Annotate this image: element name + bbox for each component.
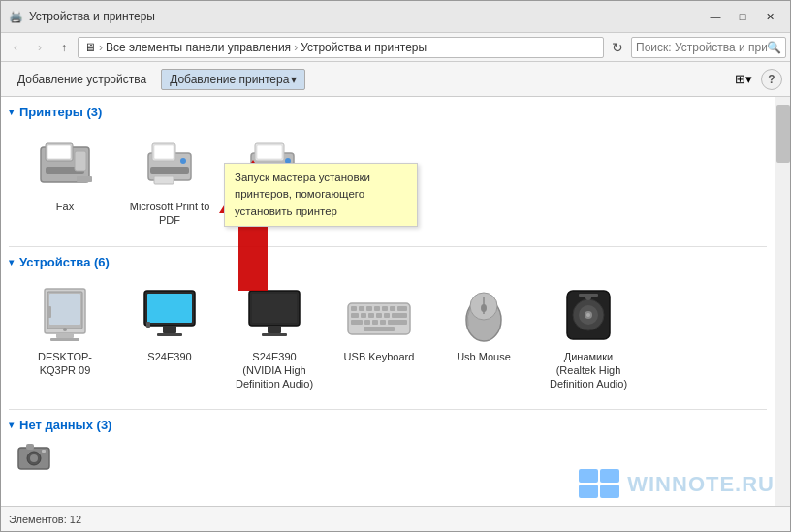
desktop-icon bbox=[30, 284, 100, 346]
device-label-monitor2: S24E390 (NVIDIA High Definition Audio) bbox=[233, 350, 316, 391]
add-printer-button[interactable]: Добавление принтера ▾ bbox=[161, 69, 305, 90]
path-root-icon: 🖥 bbox=[84, 41, 96, 54]
address-bar: ‹ › ↑ 🖥 › Все элементы панели управления… bbox=[1, 33, 790, 62]
windows-logo-icon bbox=[579, 469, 621, 500]
svg-rect-71 bbox=[42, 450, 46, 453]
tooltip: Запуск мастера установки принтеров, помо… bbox=[224, 163, 418, 227]
device-item-mouse[interactable]: Usb Mouse bbox=[435, 277, 532, 398]
title-bar: 🖨️ Устройства и принтеры — □ ✕ bbox=[1, 1, 790, 33]
svg-rect-37 bbox=[351, 306, 357, 311]
scrollbar[interactable] bbox=[775, 97, 790, 506]
svg-rect-34 bbox=[268, 326, 281, 333]
add-device-button[interactable]: Добавление устройства bbox=[9, 69, 155, 90]
nodata-chevron-icon: ▾ bbox=[9, 420, 14, 430]
svg-rect-10 bbox=[154, 145, 174, 159]
speaker-icon bbox=[554, 284, 623, 346]
device-item-fax[interactable]: Fax bbox=[16, 127, 113, 235]
svg-rect-12 bbox=[154, 176, 174, 184]
svg-rect-46 bbox=[368, 313, 374, 318]
device-item-keyboard[interactable]: USB Keyboard bbox=[331, 277, 427, 398]
svg-rect-25 bbox=[47, 306, 51, 318]
keyboard-icon bbox=[344, 284, 414, 346]
device-label-fax: Fax bbox=[56, 200, 74, 213]
device-label-desktop: DESKTOP-KQ3PR 09 bbox=[23, 350, 107, 378]
svg-rect-66 bbox=[579, 294, 598, 297]
svg-point-13 bbox=[180, 158, 186, 164]
svg-rect-45 bbox=[361, 313, 366, 318]
svg-rect-24 bbox=[50, 338, 79, 341]
content-area: ▾ Принтеры (3) bbox=[1, 97, 775, 506]
devices-section-label: Устройства (6) bbox=[19, 255, 110, 269]
svg-rect-7 bbox=[77, 176, 92, 182]
svg-rect-31 bbox=[146, 322, 150, 328]
forward-button[interactable]: › bbox=[29, 37, 50, 58]
device-item-pdf-printer[interactable]: Microsoft Print to PDF bbox=[121, 127, 218, 235]
add-printer-arrow: ▾ bbox=[291, 73, 297, 86]
svg-rect-43 bbox=[397, 306, 407, 311]
content-wrapper: Запуск мастера установки принтеров, помо… bbox=[1, 97, 790, 531]
address-path[interactable]: 🖥 › Все элементы панели управления › Уст… bbox=[78, 37, 604, 58]
device-label-pdf-printer: Microsoft Print to PDF bbox=[128, 200, 211, 228]
svg-rect-35 bbox=[262, 333, 287, 336]
window-icon: 🖨️ bbox=[9, 10, 23, 23]
nodata-section-label: Нет данных (3) bbox=[19, 418, 111, 432]
svg-rect-74 bbox=[579, 485, 598, 498]
camera-icon bbox=[16, 440, 51, 471]
view-options-button[interactable]: ⊞▾ bbox=[732, 69, 755, 90]
device-item-monitor1[interactable]: S24E390 bbox=[121, 277, 218, 398]
svg-point-69 bbox=[30, 454, 38, 462]
nodata-section-header[interactable]: ▾ Нет данных (3) bbox=[1, 414, 775, 436]
up-button[interactable]: ↑ bbox=[53, 37, 75, 58]
svg-rect-4 bbox=[47, 145, 71, 159]
search-box: 🔍 bbox=[631, 37, 786, 58]
device-label-speaker: Динамики (Realtek High Definition Audio) bbox=[547, 350, 630, 391]
svg-rect-11 bbox=[150, 167, 189, 174]
devices-grid: DESKTOP-KQ3PR 09 bbox=[1, 273, 775, 406]
device-label-mouse: Usb Mouse bbox=[457, 350, 511, 363]
svg-rect-75 bbox=[600, 485, 619, 498]
svg-rect-28 bbox=[147, 294, 192, 323]
svg-rect-54 bbox=[388, 320, 407, 325]
device-label-monitor1: S24E390 bbox=[147, 350, 191, 363]
device-item-monitor2[interactable]: S24E390 (NVIDIA High Definition Audio) bbox=[226, 277, 323, 398]
device-item-desktop[interactable]: DESKTOP-KQ3PR 09 bbox=[16, 277, 113, 398]
watermark: WINNOTE.RU bbox=[579, 469, 775, 500]
svg-rect-39 bbox=[366, 306, 372, 311]
svg-rect-42 bbox=[390, 306, 396, 311]
minimize-button[interactable]: — bbox=[703, 7, 728, 26]
device-label-keyboard: USB Keyboard bbox=[344, 350, 415, 363]
svg-rect-30 bbox=[157, 333, 182, 336]
help-button[interactable]: ? bbox=[761, 69, 782, 90]
svg-rect-72 bbox=[579, 469, 598, 483]
close-button[interactable]: ✕ bbox=[757, 7, 782, 26]
window-title: Устройства и принтеры bbox=[29, 10, 155, 23]
path-part-2: Устройства и принтеры bbox=[301, 41, 427, 54]
refresh-button[interactable]: ↻ bbox=[607, 37, 628, 58]
scrollbar-thumb[interactable] bbox=[776, 105, 790, 163]
svg-rect-49 bbox=[392, 313, 407, 318]
svg-point-64 bbox=[586, 313, 590, 317]
svg-rect-6 bbox=[75, 151, 86, 171]
printers-chevron-icon: ▾ bbox=[9, 107, 14, 117]
svg-rect-29 bbox=[163, 326, 176, 333]
device-item-speaker[interactable]: Динамики (Realtek High Definition Audio) bbox=[540, 277, 637, 398]
svg-rect-44 bbox=[351, 313, 359, 318]
svg-rect-40 bbox=[374, 306, 380, 311]
svg-rect-53 bbox=[380, 320, 386, 325]
item-count-label: Элементов: 12 bbox=[9, 514, 81, 525]
monitor1-icon bbox=[135, 284, 205, 346]
toolbar: Добавление устройства Добавление принтер… bbox=[1, 62, 790, 97]
svg-rect-22 bbox=[49, 294, 80, 325]
svg-point-59 bbox=[481, 304, 487, 312]
svg-rect-48 bbox=[384, 313, 390, 318]
svg-rect-52 bbox=[372, 320, 378, 325]
maximize-button[interactable]: □ bbox=[730, 7, 755, 26]
devices-section-header[interactable]: ▾ Устройства (6) bbox=[1, 251, 775, 273]
search-input[interactable] bbox=[636, 41, 767, 54]
svg-rect-70 bbox=[26, 444, 34, 450]
printers-section-header[interactable]: ▾ Принтеры (3) bbox=[1, 101, 775, 123]
back-button[interactable]: ‹ bbox=[5, 37, 26, 58]
search-icon[interactable]: 🔍 bbox=[767, 41, 781, 54]
path-part-1: Все элементы панели управления bbox=[106, 41, 291, 54]
devices-section: ▾ Устройства (6) bbox=[1, 247, 775, 410]
